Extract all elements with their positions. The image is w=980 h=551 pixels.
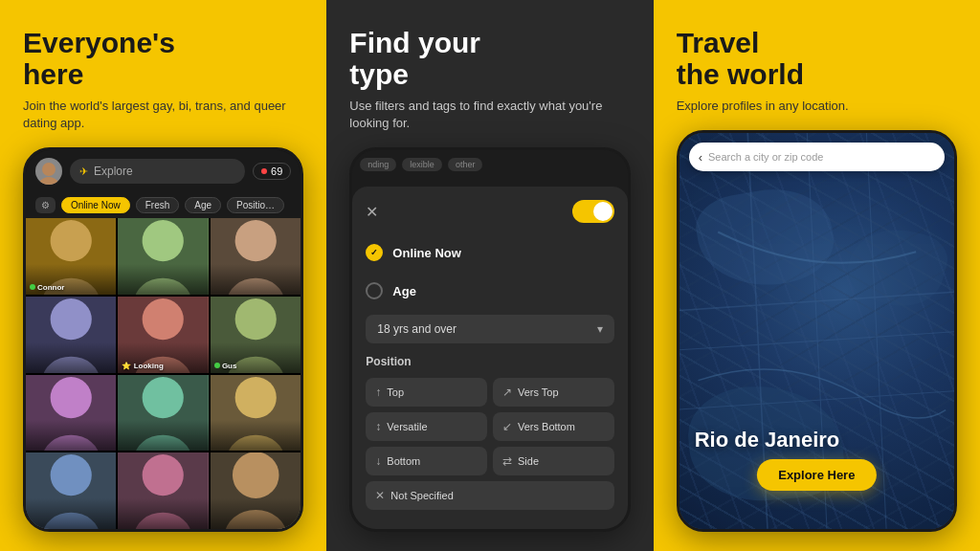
profile-cell-5[interactable]: ⭐ Looking	[118, 297, 208, 373]
explore-here-button[interactable]: Explore Here	[757, 459, 876, 491]
not-specified-icon: ✕	[375, 489, 385, 502]
online-now-check: ✓	[366, 244, 383, 261]
filter-tag-position[interactable]: Positio…	[227, 197, 284, 213]
toggle-switch[interactable]	[572, 200, 614, 223]
svg-point-30	[51, 454, 92, 496]
profile-name-5: ⭐ Looking	[122, 362, 163, 370]
svg-point-27	[235, 377, 277, 418]
filter-screen: nding lexible other ✕ ✓ Online Now	[352, 150, 627, 529]
svg-point-31	[43, 513, 100, 529]
map-search-bar[interactable]: ‹ Search a city or zip code	[689, 143, 945, 171]
toggle-knob	[593, 202, 612, 221]
phone-top-bar: ✈ Explore 69	[26, 150, 301, 192]
close-button[interactable]: ✕	[366, 203, 378, 221]
phone-mockup-1: ✈ Explore 69 ⚙ Online Now Fresh Age Posi…	[23, 147, 303, 532]
modal-header: ✕	[366, 200, 613, 223]
svg-point-7	[135, 278, 191, 295]
profile-cell-4[interactable]	[26, 297, 116, 373]
position-bottom[interactable]: ↓ Bottom	[366, 447, 487, 475]
panel-travel: Travel the world Explore profiles in any…	[654, 0, 980, 551]
online-now-label: Online Now	[392, 246, 461, 260]
position-side-label: Side	[518, 455, 539, 467]
panel-2-title: Find your type	[349, 27, 630, 90]
profile-cell-7[interactable]	[26, 375, 116, 452]
profile-name-1: Connor	[30, 283, 64, 292]
bottom-icon: ↓	[375, 454, 381, 468]
position-versatile[interactable]: ↕ Versatile	[366, 412, 487, 441]
filter-bar: ⚙ Online Now Fresh Age Positio…	[26, 192, 301, 218]
filter-tag-age[interactable]: Age	[185, 197, 221, 213]
position-not-specified[interactable]: ✕ Not Specified	[366, 481, 613, 510]
map-container: ‹ Search a city or zip code Rio de Janei…	[679, 133, 954, 529]
age-label: Age	[392, 284, 416, 298]
svg-point-25	[135, 434, 191, 451]
position-top[interactable]: ↑ Top	[366, 378, 487, 407]
explore-bar[interactable]: ✈ Explore	[70, 159, 245, 184]
position-section-label: Position	[366, 355, 613, 368]
svg-point-3	[51, 220, 92, 261]
side-icon: ⇄	[502, 454, 512, 468]
svg-point-36	[233, 452, 279, 498]
city-name: Rio de Janeiro	[695, 428, 840, 452]
profile-cell-2[interactable]	[118, 218, 208, 295]
explore-label: Explore	[94, 165, 133, 178]
profile-cell-3[interactable]	[211, 218, 301, 295]
svg-point-37	[225, 510, 287, 529]
svg-point-6	[143, 220, 184, 261]
notification-count: 69	[271, 165, 282, 177]
panel-1-title: Everyone's here	[23, 27, 303, 90]
position-vers-top[interactable]: ↗ Vers Top	[493, 378, 614, 407]
age-dropdown[interactable]: 18 yrs and over ▾	[366, 315, 613, 343]
profile-name-6: Gus	[214, 362, 237, 370]
filter-tag-online[interactable]: Online Now	[61, 197, 130, 213]
position-versatile-label: Versatile	[387, 421, 427, 432]
profile-grid: Connor	[26, 218, 301, 529]
age-filter[interactable]: Age	[366, 276, 613, 305]
svg-point-15	[143, 298, 184, 340]
profile-cell-11[interactable]	[118, 452, 208, 529]
svg-point-33	[143, 454, 184, 496]
notification-badge[interactable]: 69	[253, 163, 291, 180]
profile-cell-9[interactable]	[211, 375, 301, 452]
position-top-label: Top	[387, 386, 404, 398]
profile-cell-6[interactable]: Gus	[211, 297, 301, 373]
vers-top-icon: ↗	[502, 386, 512, 399]
panel-3-title: Travel the world	[677, 27, 957, 90]
profile-cell-8[interactable]	[118, 375, 208, 452]
svg-point-1	[37, 177, 60, 185]
position-vers-bottom-label: Vers Bottom	[518, 421, 575, 432]
panel-2-subtitle: Use filters and tags to find exactly wha…	[349, 98, 630, 132]
phone-mockup-3: ‹ Search a city or zip code Rio de Janei…	[677, 130, 957, 532]
position-vers-bottom[interactable]: ↙ Vers Bottom	[493, 412, 614, 441]
position-bottom-label: Bottom	[387, 455, 420, 467]
svg-point-24	[143, 377, 184, 418]
svg-point-0	[42, 163, 56, 176]
svg-point-34	[135, 513, 191, 529]
filter-tag-fresh[interactable]: Fresh	[136, 197, 180, 213]
chevron-down-icon: ▾	[597, 322, 603, 336]
avatar	[35, 158, 62, 185]
svg-point-22	[43, 434, 100, 451]
map-back-arrow: ‹	[699, 150, 702, 165]
online-now-filter[interactable]: ✓ Online Now	[366, 238, 613, 267]
profile-cell-10[interactable]	[26, 452, 116, 529]
filter-icon-button[interactable]: ⚙	[35, 197, 56, 213]
position-side[interactable]: ⇄ Side	[493, 447, 614, 475]
filter-modal: ✕ ✓ Online Now Age 18 yrs and over	[352, 187, 627, 529]
panel-find-type: Find your type Use filters and tags to f…	[326, 0, 653, 551]
profile-cell-12[interactable]	[211, 452, 301, 529]
vers-bottom-icon: ↙	[502, 420, 512, 433]
svg-point-18	[235, 298, 277, 340]
svg-point-12	[51, 298, 92, 340]
profile-cell-1[interactable]: Connor	[26, 218, 116, 295]
age-radio	[366, 282, 383, 299]
online-dot-6	[214, 363, 220, 368]
age-range-value: 18 yrs and over	[377, 322, 457, 336]
svg-point-10	[227, 278, 283, 295]
svg-line-43	[679, 390, 954, 410]
phone-mockup-2: nding lexible other ✕ ✓ Online Now	[349, 147, 630, 532]
position-not-specified-label: Not Specified	[390, 490, 453, 501]
svg-point-13	[43, 357, 100, 373]
panel-3-subtitle: Explore profiles in any location.	[677, 98, 957, 115]
top-icon: ↑	[375, 386, 381, 399]
